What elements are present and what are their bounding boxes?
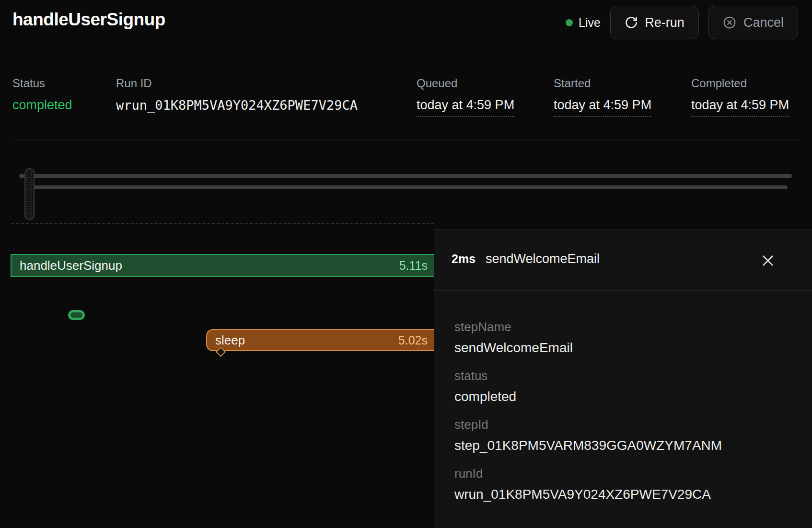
timeline-scrubber-handle[interactable] bbox=[24, 168, 35, 220]
field-status: status completed bbox=[454, 368, 812, 404]
field-label: runId bbox=[454, 466, 812, 481]
field-runId: runId wrun_01K8PM5VA9Y024XZ6PWE7V29CA bbox=[454, 466, 812, 502]
live-indicator: Live bbox=[566, 16, 601, 30]
minimap-span-workflow bbox=[19, 174, 792, 178]
rerun-label: Re-run bbox=[645, 15, 684, 30]
step-detail-title: sendWelcomeEmail bbox=[486, 252, 600, 266]
field-value: wrun_01K8PM5VA9Y024XZ6PWE7V29CA bbox=[454, 487, 812, 502]
rerun-button[interactable]: Re-run bbox=[610, 6, 699, 39]
field-stepId: stepId step_01K8PM5VARM839GGA0WZYM7ANM bbox=[454, 417, 812, 453]
live-label: Live bbox=[579, 16, 601, 30]
refresh-icon bbox=[625, 16, 638, 29]
field-value: step_01K8PM5VARM839GGA0WZYM7ANM bbox=[454, 438, 812, 453]
header-divider bbox=[12, 139, 800, 139]
queued-time-value[interactable]: today at 4:59 PM bbox=[417, 98, 514, 117]
span-duration: 5.11s bbox=[399, 259, 428, 273]
cancel-label: Cancel bbox=[743, 15, 784, 30]
span-pill-sendWelcomeEmail[interactable] bbox=[68, 310, 85, 320]
meta-completed: Completed today at 4:59 PM bbox=[691, 77, 789, 117]
field-stepName: stepName sendWelcomeEmail bbox=[454, 320, 812, 356]
span-name: handleUserSignup bbox=[20, 258, 122, 273]
workflow-run-page: handleUserSignup Live Re-run Cancel Stat… bbox=[0, 0, 812, 528]
field-label: stepName bbox=[454, 320, 812, 334]
meta-status-label: Status bbox=[12, 77, 72, 90]
span-bar-handleUserSignup[interactable]: handleUserSignup 5.11s bbox=[11, 254, 434, 277]
minimap-span-sleep bbox=[29, 185, 788, 189]
meta-started-label: Started bbox=[554, 77, 651, 90]
minimap-divider bbox=[12, 223, 434, 224]
field-label: stepId bbox=[454, 417, 812, 432]
run-status-value: completed bbox=[12, 98, 72, 113]
close-icon[interactable] bbox=[760, 253, 776, 268]
meta-completed-label: Completed bbox=[691, 77, 789, 90]
span-duration: 5.02s bbox=[398, 333, 428, 347]
step-detail-header: 2ms sendWelcomeEmail bbox=[434, 230, 812, 291]
step-detail-body: stepName sendWelcomeEmail status complet… bbox=[434, 291, 812, 502]
live-dot-icon bbox=[566, 19, 573, 26]
page-title: handleUserSignup bbox=[12, 10, 165, 30]
cancel-button[interactable]: Cancel bbox=[708, 6, 798, 39]
step-detail-panel: 2ms sendWelcomeEmail stepName sendWelcom… bbox=[434, 230, 812, 528]
circle-x-icon bbox=[722, 15, 737, 30]
meta-queued: Queued today at 4:59 PM bbox=[417, 77, 514, 117]
meta-queued-label: Queued bbox=[417, 77, 514, 90]
span-bar-sleep[interactable]: sleep 5.02s bbox=[206, 329, 434, 351]
meta-status: Status completed bbox=[12, 77, 72, 113]
run-id-value: wrun_01K8PM5VA9Y024XZ6PWE7V29CA bbox=[116, 98, 358, 113]
meta-run-id-label: Run ID bbox=[116, 77, 358, 90]
meta-run-id: Run ID wrun_01K8PM5VA9Y024XZ6PWE7V29CA bbox=[116, 77, 358, 113]
started-time-value[interactable]: today at 4:59 PM bbox=[554, 98, 651, 117]
step-duration-badge: 2ms bbox=[452, 252, 476, 266]
completed-time-value[interactable]: today at 4:59 PM bbox=[691, 98, 789, 117]
span-name: sleep bbox=[215, 333, 245, 348]
field-label: status bbox=[454, 368, 812, 383]
meta-started: Started today at 4:59 PM bbox=[554, 77, 651, 117]
field-value: sendWelcomeEmail bbox=[454, 340, 812, 356]
field-value: completed bbox=[454, 389, 812, 404]
